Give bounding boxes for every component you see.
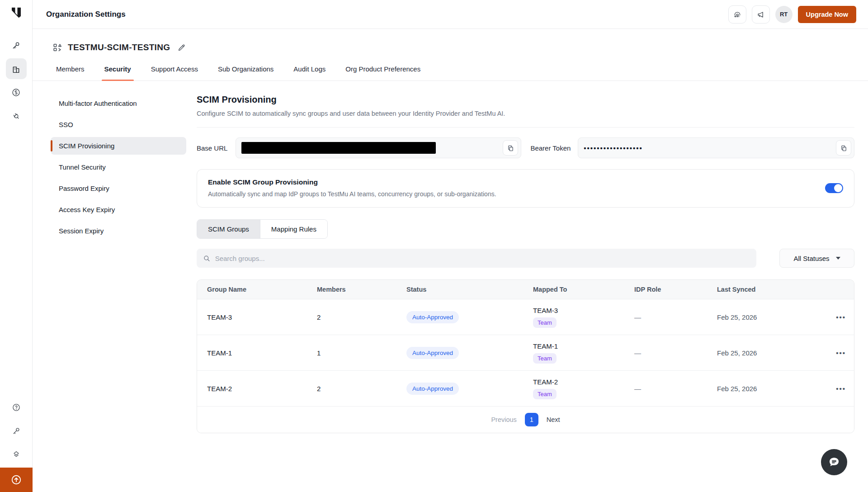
tab-scim-groups[interactable]: SCIM Groups bbox=[197, 220, 260, 238]
col-mapped-to: Mapped To bbox=[533, 286, 634, 293]
mapped-type-badge: Team bbox=[533, 353, 557, 364]
mapped-name: TEAM-3 bbox=[533, 307, 634, 314]
table-pagination: Previous 1 Next bbox=[197, 407, 854, 433]
tab-sub-organizations[interactable]: Sub Organizations bbox=[218, 65, 274, 80]
tab-org-product-preferences[interactable]: Org Product Preferences bbox=[345, 65, 420, 80]
tab-security[interactable]: Security bbox=[104, 65, 131, 80]
col-idp-role: IDP Role bbox=[634, 286, 717, 293]
security-subnav: Multi-factor Authentication SSO SCIM Pro… bbox=[51, 95, 186, 243]
mapped-name: TEAM-1 bbox=[533, 342, 634, 350]
bearer-token-masked-value: •••••••••••••••••• bbox=[584, 144, 643, 152]
icon-rail bbox=[0, 0, 33, 492]
group-members: 2 bbox=[317, 313, 406, 321]
enable-scim-card: Enable SCIM Group Provisioning Automatic… bbox=[197, 169, 854, 208]
row-actions-menu[interactable]: ••• bbox=[836, 313, 846, 321]
groups-table-header: Group Name Members Status Mapped To IDP … bbox=[197, 280, 854, 299]
subnav-item-scim-provisioning[interactable]: SCIM Provisioning bbox=[51, 137, 186, 155]
help-button[interactable] bbox=[6, 397, 27, 418]
mapped-type-badge: Team bbox=[533, 389, 557, 399]
idp-role: — bbox=[634, 385, 717, 393]
rail-upgrade-button[interactable] bbox=[0, 468, 33, 492]
tab-audit-logs[interactable]: Audit Logs bbox=[293, 65, 326, 80]
integrations-plug-icon bbox=[11, 111, 21, 121]
subnav-item-mfa[interactable]: Multi-factor Authentication bbox=[51, 95, 186, 112]
mapped-type-badge: Team bbox=[533, 317, 557, 328]
organization-nav-icon[interactable] bbox=[6, 58, 27, 79]
pagination-next[interactable]: Next bbox=[547, 416, 560, 423]
col-last-synced: Last Synced bbox=[717, 286, 819, 293]
subnav-item-access-key-expiry[interactable]: Access Key Expiry bbox=[51, 201, 186, 218]
credentials-row: Base URL Bearer Token •••••••••••••••••• bbox=[197, 137, 854, 158]
groups-filter-row: All Statuses bbox=[197, 249, 854, 268]
last-synced: Feb 25, 2026 bbox=[717, 313, 819, 321]
status-filter-dropdown[interactable]: All Statuses bbox=[779, 249, 854, 268]
subnav-item-sso[interactable]: SSO bbox=[51, 116, 186, 133]
group-status-cell: Auto-Approved bbox=[406, 311, 533, 323]
copy-base-url-button[interactable] bbox=[503, 140, 518, 156]
last-synced: Feb 25, 2026 bbox=[717, 385, 819, 393]
base-url-field[interactable] bbox=[236, 137, 521, 158]
col-members: Members bbox=[317, 286, 406, 293]
org-tabs: Members Security Support Access Sub Orga… bbox=[33, 65, 868, 81]
upgrade-arrow-icon bbox=[10, 474, 22, 486]
page-title: Organization Settings bbox=[46, 10, 126, 19]
status-badge: Auto-Approved bbox=[406, 347, 459, 359]
password-button[interactable] bbox=[6, 421, 27, 441]
row-actions-menu[interactable]: ••• bbox=[836, 385, 846, 393]
search-icon bbox=[203, 255, 211, 262]
chevron-down-icon bbox=[836, 257, 840, 260]
table-row: TEAM-3 2 Auto-Approved TEAM-3 Team — Feb… bbox=[197, 299, 854, 335]
copy-bearer-token-button[interactable] bbox=[836, 140, 851, 156]
access-keys-nav-icon[interactable] bbox=[6, 35, 27, 56]
mapped-to-cell: TEAM-2 Team bbox=[533, 378, 634, 399]
upgrade-now-button[interactable]: Upgrade Now bbox=[798, 6, 856, 23]
groups-table: Group Name Members Status Mapped To IDP … bbox=[197, 279, 854, 433]
status-badge: Auto-Approved bbox=[406, 311, 459, 323]
org-shapes-icon bbox=[52, 43, 62, 52]
section-divider bbox=[197, 127, 854, 128]
subnav-item-password-expiry[interactable]: Password Expiry bbox=[51, 180, 186, 197]
pencil-icon bbox=[177, 43, 186, 52]
mapped-name: TEAM-2 bbox=[533, 378, 634, 386]
last-synced: Feb 25, 2026 bbox=[717, 349, 819, 357]
announcements-button[interactable] bbox=[752, 5, 770, 24]
tab-support-access[interactable]: Support Access bbox=[151, 65, 198, 80]
copy-icon bbox=[507, 145, 514, 151]
group-members: 2 bbox=[317, 385, 406, 393]
enable-scim-toggle[interactable] bbox=[825, 183, 843, 193]
pagination-page-1[interactable]: 1 bbox=[525, 413, 538, 426]
group-members: 1 bbox=[317, 349, 406, 357]
search-groups-input[interactable] bbox=[215, 255, 750, 262]
toggle-knob bbox=[834, 184, 842, 192]
subnav-item-session-expiry[interactable]: Session Expiry bbox=[51, 222, 186, 240]
row-actions-menu[interactable]: ••• bbox=[836, 349, 846, 357]
group-name: TEAM-2 bbox=[207, 385, 317, 393]
fingerprint-icon bbox=[733, 10, 742, 19]
pagination-previous[interactable]: Previous bbox=[491, 416, 516, 423]
table-row: TEAM-1 1 Auto-Approved TEAM-1 Team — Feb… bbox=[197, 335, 854, 371]
tab-mapping-rules[interactable]: Mapping Rules bbox=[260, 220, 327, 238]
redacted-base-url-value bbox=[241, 142, 436, 154]
tab-members[interactable]: Members bbox=[56, 65, 85, 80]
topbar-actions: RT Upgrade Now bbox=[728, 5, 856, 24]
search-groups-box[interactable] bbox=[197, 249, 756, 268]
stacks-button[interactable] bbox=[6, 444, 27, 465]
edit-org-name-button[interactable] bbox=[177, 43, 186, 52]
page-content: TESTMU-SCIM-TESTING Members Security Sup… bbox=[33, 29, 868, 492]
group-name: TEAM-3 bbox=[207, 313, 317, 321]
subnav-item-tunnel-security[interactable]: Tunnel Security bbox=[51, 158, 186, 176]
org-header: TESTMU-SCIM-TESTING bbox=[33, 29, 868, 52]
chat-support-button[interactable] bbox=[821, 449, 847, 475]
group-status-cell: Auto-Approved bbox=[406, 383, 533, 395]
bearer-token-field[interactable]: •••••••••••••••••• bbox=[578, 137, 854, 158]
billing-dollar-icon bbox=[11, 88, 21, 97]
base-url-label: Base URL bbox=[197, 144, 227, 152]
copy-icon bbox=[840, 145, 847, 151]
col-status: Status bbox=[406, 286, 533, 293]
billing-nav-icon[interactable] bbox=[6, 82, 27, 103]
fingerprint-button[interactable] bbox=[728, 5, 746, 24]
app-logo bbox=[9, 6, 23, 19]
user-avatar[interactable]: RT bbox=[775, 6, 793, 23]
integrations-nav-icon[interactable] bbox=[6, 105, 27, 126]
help-icon bbox=[12, 403, 21, 412]
